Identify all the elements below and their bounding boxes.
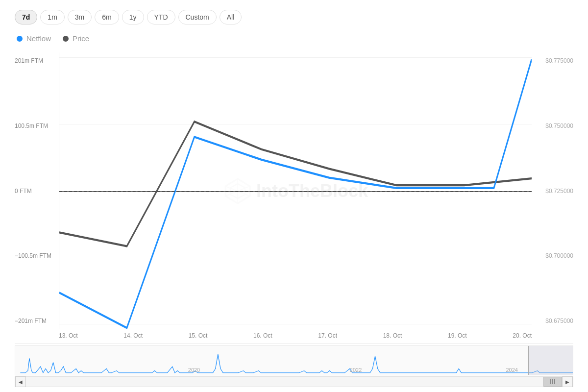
- x-label-4: 16. Oct: [253, 332, 272, 339]
- btn-1y[interactable]: 1y: [122, 10, 144, 24]
- scroll-track: [26, 377, 562, 387]
- x-label-2: 14. Oct: [123, 332, 143, 339]
- chart-legend: Netflow Price: [15, 34, 573, 43]
- x-label-6: 18. Oct: [383, 332, 402, 339]
- price-dot: [63, 36, 69, 42]
- mini-chart-svg: [15, 346, 573, 375]
- x-label-3: 15. Oct: [189, 332, 208, 339]
- scrollbar[interactable]: ◀ ▶: [15, 376, 573, 387]
- legend-price: Price: [63, 34, 89, 43]
- y-right-label-1: $0.775000: [545, 57, 573, 64]
- price-label: Price: [73, 34, 89, 43]
- year-label-2022: 2022: [350, 367, 362, 373]
- x-label-8: 20. Oct: [513, 332, 532, 339]
- y-left-label-4: −100.5m FTM: [15, 252, 51, 259]
- y-left-label-1: 201m FTM: [15, 57, 43, 64]
- mini-chart-wrapper: 2020 2022 2024 ◀: [15, 343, 573, 387]
- btn-7d[interactable]: 7d: [15, 10, 37, 24]
- x-label-1: 13. Oct: [59, 332, 78, 339]
- btn-custom[interactable]: Custom: [178, 10, 217, 24]
- btn-ytd[interactable]: YTD: [147, 10, 175, 24]
- btn-3m[interactable]: 3m: [68, 10, 92, 24]
- y-left-label-5: −201m FTM: [15, 318, 47, 324]
- year-label-2024: 2024: [506, 367, 517, 373]
- y-right-label-4: $0.700000: [545, 252, 573, 259]
- legend-netflow: Netflow: [17, 34, 51, 43]
- y-axis-right: $0.775000 $0.750000 $0.725000 $0.700000 …: [532, 52, 573, 329]
- btn-1m[interactable]: 1m: [40, 10, 64, 24]
- scroll-thumb-lines: [550, 379, 555, 384]
- y-right-label-2: $0.750000: [545, 122, 573, 129]
- btn-all[interactable]: All: [220, 10, 242, 24]
- chart-area: 201m FTM 100.5m FTM 0 FTM −100.5m FTM −2…: [15, 52, 573, 387]
- scroll-right-btn[interactable]: ▶: [562, 376, 573, 387]
- x-label-5: 17. Oct: [318, 332, 337, 339]
- thumb-line-1: [550, 379, 551, 384]
- netflow-dot: [17, 36, 23, 42]
- y-left-label-2: 100.5m FTM: [15, 122, 48, 129]
- time-range-bar: 7d 1m 3m 6m 1y YTD Custom All: [15, 10, 573, 24]
- thumb-line-3: [554, 379, 555, 384]
- x-label-7: 19. Oct: [448, 332, 467, 339]
- main-chart-wrapper: 201m FTM 100.5m FTM 0 FTM −100.5m FTM −2…: [15, 52, 573, 329]
- btn-6m[interactable]: 6m: [95, 10, 119, 24]
- y-axis-left: 201m FTM 100.5m FTM 0 FTM −100.5m FTM −2…: [15, 52, 59, 329]
- y-right-label-5: $0.675000: [545, 318, 573, 324]
- netflow-label: Netflow: [26, 34, 51, 43]
- main-container: 7d 1m 3m 6m 1y YTD Custom All Netflow Pr…: [0, 0, 588, 392]
- zero-dashed-line: [59, 191, 532, 192]
- thumb-line-2: [552, 379, 553, 384]
- mini-chart-inner: 2020 2022 2024: [15, 345, 573, 375]
- x-axis: 13. Oct 14. Oct 15. Oct 16. Oct 17. Oct …: [15, 329, 573, 339]
- y-right-label-3: $0.725000: [545, 188, 573, 195]
- selection-region: [528, 346, 573, 375]
- scroll-left-btn[interactable]: ◀: [15, 376, 26, 387]
- year-label-2020: 2020: [188, 367, 200, 373]
- y-left-label-3: 0 FTM: [15, 188, 32, 195]
- chart-inner: IntoTheBlock: [59, 52, 532, 329]
- scroll-thumb[interactable]: [543, 377, 562, 387]
